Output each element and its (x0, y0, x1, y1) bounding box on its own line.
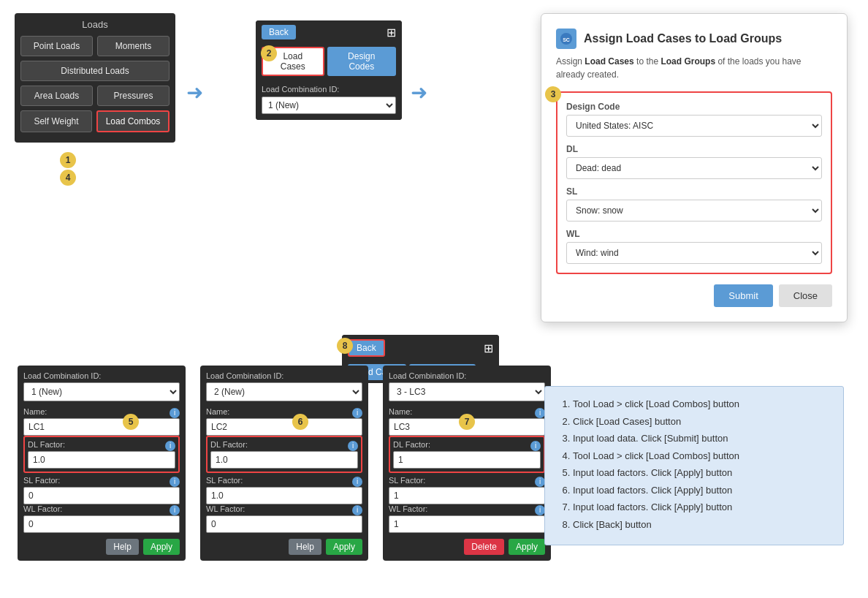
dialog-subtitle: Assign Load Cases to the Load Groups of … (556, 55, 832, 81)
c2-sl-label: SL Factor: (206, 476, 243, 485)
load-combos-button[interactable]: Load Combos (96, 110, 170, 132)
c2-dl-info[interactable]: i (348, 441, 358, 451)
c1-sl-input[interactable] (23, 487, 180, 504)
c1-dl-info[interactable]: i (165, 441, 175, 451)
c2-id-label: Load Combination ID: (206, 371, 362, 380)
c2-name-label: Name: (206, 407, 229, 416)
c2-dl-input[interactable] (210, 451, 358, 469)
combo-panel-3: Load Combination ID: 3 - LC3 Name: i DL … (383, 366, 551, 561)
wl-select[interactable]: Wind: wind (566, 242, 822, 264)
lc-id-label: Load Combination ID: (262, 85, 396, 94)
instruction-1: Tool Load > click [Load Combos] button (573, 397, 830, 412)
c3-id-label: Load Combination ID: (389, 371, 545, 380)
pressures-button[interactable]: Pressures (97, 86, 170, 106)
distributed-loads-button[interactable]: Distributed Loads (20, 61, 170, 81)
instructions-list: Tool Load > click [Load Combos] button C… (558, 397, 830, 531)
c2-sl-info[interactable]: i (352, 477, 362, 487)
lc-id-select[interactable]: 1 (New) (262, 96, 396, 114)
step8-badge: 8 (337, 338, 353, 354)
c1-wl-info[interactable]: i (170, 505, 180, 515)
c3-dl-input[interactable] (393, 451, 541, 469)
step6-badge: 6 (292, 414, 308, 430)
back-button-lc3[interactable]: Back (348, 339, 385, 357)
moments-button[interactable]: Moments (97, 36, 170, 56)
close-button[interactable]: Close (779, 284, 832, 307)
c2-dl-label: DL Factor: (210, 440, 248, 449)
c3-delete-button[interactable]: Delete (464, 539, 504, 555)
sl-label: SL (566, 186, 822, 197)
c3-name-info[interactable]: i (535, 408, 545, 418)
c3-sl-info[interactable]: i (535, 477, 545, 487)
c2-apply-button[interactable]: Apply (326, 539, 362, 555)
design-code-label: Design Code (566, 102, 822, 112)
instruction-6: Input load factors. Click [Apply] button (573, 483, 830, 498)
combo-panel-1: Load Combination ID: 1 (New) Name: i DL … (18, 366, 186, 561)
grid-icon: ⊞ (387, 26, 396, 39)
dialog-section: Design Code United States: AISC DL Dead:… (556, 91, 832, 274)
step4-badge: 4 (60, 170, 76, 186)
wl-label: WL (566, 229, 822, 239)
c3-id-select[interactable]: 3 - LC3 (389, 382, 545, 401)
loads-panel-title: Loads (20, 19, 170, 30)
c1-wl-input[interactable] (23, 515, 180, 533)
c1-id-select[interactable]: 1 (New) (23, 382, 180, 401)
c3-wl-label: WL Factor: (389, 504, 427, 513)
c1-dl-label: DL Factor: (28, 440, 65, 449)
dialog-title: Assign Load Cases to Load Groups (584, 32, 782, 45)
c2-name-input[interactable] (206, 418, 362, 436)
instructions-box: Tool Load > click [Load Combos] button C… (544, 386, 844, 545)
c3-dl-info[interactable]: i (530, 441, 541, 451)
c2-wl-label: WL Factor: (206, 504, 245, 513)
back-button-top[interactable]: Back (262, 25, 296, 39)
tab-design-codes[interactable]: Design Codes (327, 47, 396, 76)
load-cases-panel: Back ⊞ Load Cases Design Codes Load Comb… (256, 20, 402, 120)
c2-id-select[interactable]: 2 (New) (206, 382, 362, 401)
c1-sl-label: SL Factor: (23, 476, 60, 485)
self-weight-button[interactable]: Self Weight (20, 110, 92, 132)
c1-sl-info[interactable]: i (170, 477, 180, 487)
c2-name-info[interactable]: i (352, 408, 362, 418)
c2-sl-input[interactable] (206, 487, 362, 504)
instruction-2: Click [Load Cases] button (573, 415, 830, 429)
instruction-7: Input load factors. Click [Apply] button (573, 500, 830, 515)
instruction-4: Tool Load > click [Load Combos] button (573, 449, 830, 463)
c1-dl-input[interactable] (28, 451, 175, 469)
arrow2: ➜ (411, 80, 427, 105)
arrow1: ➜ (186, 80, 203, 105)
c1-wl-label: WL Factor: (23, 504, 62, 513)
c3-dl-label: DL Factor: (393, 440, 430, 449)
dl-select[interactable]: Dead: dead (566, 157, 822, 179)
c1-name-info[interactable]: i (170, 408, 180, 418)
sl-select[interactable]: Snow: snow (566, 200, 822, 222)
c3-wl-info[interactable]: i (535, 505, 545, 515)
step2-badge: 2 (261, 45, 277, 61)
c3-wl-input[interactable] (389, 515, 545, 533)
c3-apply-button[interactable]: Apply (509, 539, 545, 555)
grid-icon-lc3: ⊞ (484, 341, 493, 355)
area-loads-button[interactable]: Area Loads (20, 86, 93, 106)
c1-name-input[interactable] (23, 418, 180, 436)
skyclv-logo: SC (556, 29, 576, 49)
c1-help-button[interactable]: Help (106, 539, 139, 555)
instruction-3: Input load data. Click [Submit] button (573, 431, 830, 446)
point-loads-button[interactable]: Point Loads (20, 36, 93, 56)
step5-badge: 5 (123, 414, 139, 430)
instruction-8: Click [Back] button (573, 518, 830, 532)
submit-button[interactable]: Submit (714, 284, 772, 307)
assign-dialog: SC Assign Load Cases to Load Groups Assi… (541, 13, 848, 322)
c1-name-label: Name: (23, 407, 47, 416)
design-code-select[interactable]: United States: AISC (566, 115, 822, 137)
instruction-5: Input load factors. Click [Apply] button (573, 466, 830, 480)
c3-name-label: Name: (389, 407, 412, 416)
c1-apply-button[interactable]: Apply (143, 539, 180, 555)
step1-badge: 1 (60, 152, 76, 168)
c1-id-label: Load Combination ID: (23, 371, 180, 380)
step3-badge: 3 (545, 86, 561, 102)
c3-sl-label: SL Factor: (389, 476, 425, 485)
c2-help-button[interactable]: Help (289, 539, 321, 555)
c3-sl-input[interactable] (389, 487, 545, 504)
dl-label: DL (566, 144, 822, 154)
c2-wl-info[interactable]: i (352, 505, 362, 515)
step7-badge: 7 (459, 414, 475, 430)
c2-wl-input[interactable] (206, 515, 362, 533)
